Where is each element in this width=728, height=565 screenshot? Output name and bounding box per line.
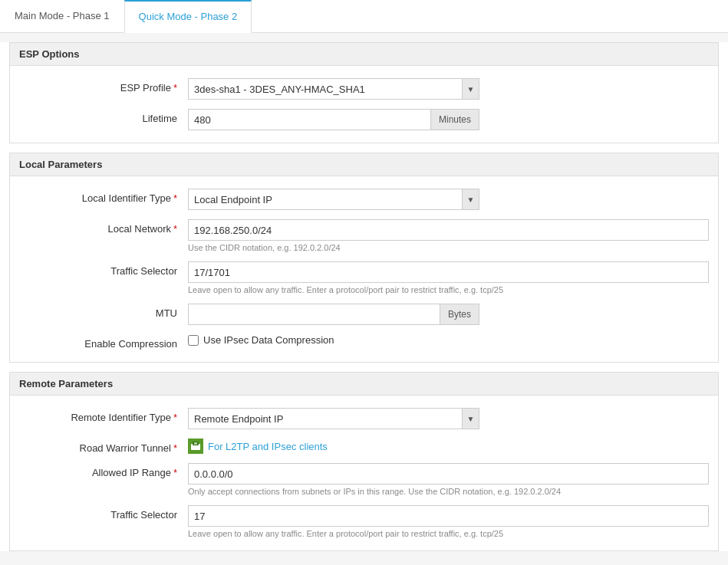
traffic-selector-local-control: Leave open to allow any traffic. Enter a…	[188, 261, 709, 294]
road-warrior-control: For L2TP and IPsec clients	[188, 439, 709, 454]
esp-profile-control: 3des-sha1 - 3DES_ANY-HMAC_SHA1 ▼	[188, 78, 709, 100]
main-content: ESP Options ESP Profile * 3des-sha1 - 3D…	[0, 42, 728, 551]
lifetime-input-wrap: Minutes	[188, 109, 479, 130]
allowed-ip-range-row: Allowed IP Range * Only accept connectio…	[10, 458, 718, 501]
traffic-selector-remote-input[interactable]	[188, 505, 709, 527]
esp-profile-row: ESP Profile * 3des-sha1 - 3DES_ANY-HMAC_…	[10, 74, 718, 104]
road-warrior-row: Road Warrior Tunnel * For L2TP	[10, 434, 718, 458]
tab-main-mode[interactable]: Main Mode - Phase 1	[0, 0, 124, 33]
mtu-row: MTU Bytes	[10, 299, 718, 330]
lifetime-control: Minutes	[188, 109, 709, 130]
remote-identifier-type-label: Remote Identifier Type *	[19, 408, 188, 423]
local-parameters-header: Local Parameters	[10, 153, 718, 176]
lifetime-label: Lifetime	[19, 109, 188, 124]
traffic-selector-remote-control: Leave open to allow any traffic. Enter a…	[188, 505, 709, 538]
svg-rect-2	[194, 442, 197, 445]
remote-parameters-header: Remote Parameters	[10, 373, 718, 396]
road-warrior-wrap: For L2TP and IPsec clients	[188, 439, 709, 454]
local-identifier-type-label: Local Identifier Type *	[19, 189, 188, 204]
esp-profile-select-wrap: 3des-sha1 - 3DES_ANY-HMAC_SHA1 ▼	[188, 78, 479, 100]
remote-identifier-type-select-wrap: Remote Endpoint IP ▼	[188, 408, 479, 429]
traffic-selector-remote-label: Traffic Selector	[19, 505, 188, 521]
local-network-hint: Use the CIDR notation, e.g. 192.0.2.0/24	[188, 243, 709, 252]
road-warrior-link[interactable]: For L2TP and IPsec clients	[208, 441, 328, 452]
local-network-row: Local Network * Use the CIDR notation, e…	[10, 215, 718, 257]
allowed-ip-range-hint: Only accept connections from subnets or …	[188, 487, 709, 496]
lifetime-row: Lifetime Minutes	[10, 104, 718, 135]
local-identifier-type-dropdown-btn[interactable]: ▼	[463, 189, 479, 210]
local-parameters-body: Local Identifier Type * Local Endpoint I…	[10, 176, 718, 362]
app-container: Main Mode - Phase 1 Quick Mode - Phase 2…	[0, 0, 728, 551]
tab-quick-mode[interactable]: Quick Mode - Phase 2	[124, 0, 252, 33]
esp-options-body: ESP Profile * 3des-sha1 - 3DES_ANY-HMAC_…	[10, 66, 718, 143]
mtu-input-wrap: Bytes	[188, 304, 479, 325]
lifetime-suffix: Minutes	[431, 109, 479, 130]
remote-parameters-body: Remote Identifier Type * Remote Endpoint…	[10, 396, 718, 550]
enable-compression-checkbox-label: Use IPsec Data Compression	[203, 334, 334, 346]
remote-identifier-type-select[interactable]: Remote Endpoint IP	[188, 408, 463, 429]
road-warrior-label: Road Warrior Tunnel *	[19, 439, 188, 454]
remote-identifier-type-control: Remote Endpoint IP ▼	[188, 408, 709, 429]
mtu-input[interactable]	[188, 304, 440, 325]
traffic-selector-local-row: Traffic Selector Leave open to allow any…	[10, 257, 718, 299]
traffic-selector-local-input[interactable]	[188, 261, 709, 283]
local-identifier-type-select[interactable]: Local Endpoint IP	[188, 189, 463, 210]
enable-compression-checkbox-row: Use IPsec Data Compression	[188, 334, 709, 346]
esp-options-header: ESP Options	[10, 43, 718, 66]
remote-identifier-type-dropdown-btn[interactable]: ▼	[463, 408, 479, 429]
esp-profile-dropdown-btn[interactable]: ▼	[463, 78, 479, 100]
mtu-suffix: Bytes	[440, 304, 479, 325]
allowed-ip-range-control: Only accept connections from subnets or …	[188, 463, 709, 496]
local-network-input[interactable]	[188, 219, 709, 241]
mtu-label: MTU	[19, 304, 188, 319]
enable-compression-row: Enable Compression Use IPsec Data Compre…	[10, 330, 718, 354]
allowed-ip-range-label: Allowed IP Range *	[19, 463, 188, 478]
tab-bar: Main Mode - Phase 1 Quick Mode - Phase 2	[0, 0, 728, 33]
road-warrior-icon[interactable]	[188, 439, 203, 454]
enable-compression-checkbox[interactable]	[188, 335, 199, 346]
allowed-ip-range-input[interactable]	[188, 463, 709, 485]
mtu-control: Bytes	[188, 304, 709, 325]
local-parameters-section: Local Parameters Local Identifier Type *…	[9, 153, 719, 363]
traffic-selector-local-label: Traffic Selector	[19, 261, 188, 277]
esp-profile-label: ESP Profile *	[19, 78, 188, 94]
traffic-selector-local-hint: Leave open to allow any traffic. Enter a…	[188, 285, 709, 294]
lifetime-input[interactable]	[188, 109, 431, 130]
remote-parameters-section: Remote Parameters Remote Identifier Type…	[9, 372, 719, 551]
traffic-selector-remote-row: Traffic Selector Leave open to allow any…	[10, 501, 718, 543]
traffic-selector-remote-hint: Leave open to allow any traffic. Enter a…	[188, 529, 709, 538]
local-network-control: Use the CIDR notation, e.g. 192.0.2.0/24	[188, 219, 709, 252]
enable-compression-label: Enable Compression	[19, 334, 188, 350]
remote-identifier-type-row: Remote Identifier Type * Remote Endpoint…	[10, 403, 718, 434]
local-identifier-type-select-wrap: Local Endpoint IP ▼	[188, 189, 479, 210]
enable-compression-control: Use IPsec Data Compression	[188, 334, 709, 346]
local-identifier-type-control: Local Endpoint IP ▼	[188, 189, 709, 210]
local-identifier-type-row: Local Identifier Type * Local Endpoint I…	[10, 184, 718, 215]
local-network-label: Local Network *	[19, 219, 188, 235]
esp-profile-select[interactable]: 3des-sha1 - 3DES_ANY-HMAC_SHA1	[188, 78, 463, 100]
esp-options-section: ESP Options ESP Profile * 3des-sha1 - 3D…	[9, 42, 719, 143]
